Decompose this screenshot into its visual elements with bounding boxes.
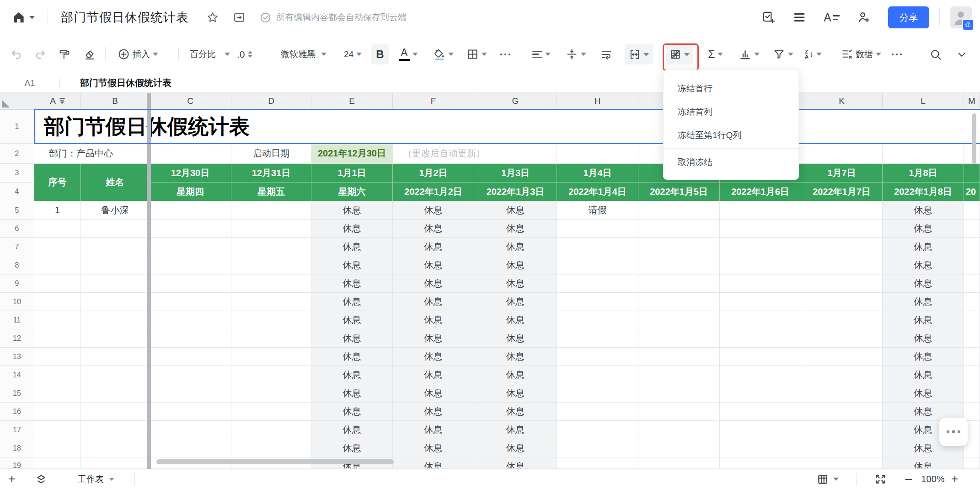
cell-M8[interactable] (964, 256, 980, 274)
cell-K2[interactable] (801, 144, 883, 164)
cell-A6[interactable] (34, 220, 81, 238)
cell-K18[interactable] (801, 439, 883, 457)
zoom-level[interactable]: 100% (920, 469, 946, 489)
cell-D13[interactable] (231, 348, 311, 366)
cell-H16[interactable] (557, 403, 638, 421)
cell-H14[interactable] (557, 366, 638, 384)
cell-A16[interactable] (34, 403, 81, 421)
cell-A17[interactable] (34, 421, 81, 439)
cell-A9[interactable] (34, 274, 81, 293)
cell-A7[interactable] (34, 238, 81, 256)
cell-I10[interactable] (638, 293, 720, 311)
cell-M11[interactable] (964, 311, 980, 329)
cell-E5[interactable]: 休息 (311, 201, 393, 220)
filter-button[interactable] (773, 35, 793, 74)
cell-H8[interactable] (557, 256, 638, 274)
cell-G11[interactable]: 休息 (474, 311, 557, 329)
cell-G8[interactable]: 休息 (474, 256, 557, 274)
cell-A18[interactable] (34, 439, 81, 457)
row-header-17[interactable]: 17 (0, 421, 34, 439)
avatar[interactable]: 企 (950, 6, 972, 28)
cell-J11[interactable] (720, 311, 801, 329)
cell-L5[interactable]: 休息 (883, 201, 964, 220)
cell-E9[interactable]: 休息 (311, 274, 393, 293)
cell-I15[interactable] (638, 384, 720, 403)
cell-F14[interactable]: 休息 (393, 366, 474, 384)
cell-C3[interactable]: 12月30日 (150, 164, 231, 183)
cell-A1[interactable]: 部门节假日休假统计表 (34, 110, 980, 144)
cell-F18[interactable]: 休息 (393, 439, 474, 457)
row-header-18[interactable]: 18 (0, 439, 34, 457)
cell-L3[interactable]: 1月8日 (883, 164, 964, 183)
cell-I19[interactable] (638, 457, 720, 469)
sheet-grid[interactable]: ABCDEFGHIJKLM1部门节假日休假统计表2部门：产品中心启动日期2021… (0, 92, 980, 469)
cell-H7[interactable] (557, 238, 638, 256)
row-header-9[interactable]: 9 (0, 274, 34, 293)
cell-E8[interactable]: 休息 (311, 256, 393, 274)
cell-G13[interactable]: 休息 (474, 348, 557, 366)
cell-D15[interactable] (231, 384, 311, 403)
select-all-corner[interactable] (0, 92, 34, 110)
column-header-A[interactable]: A (34, 92, 81, 110)
cell-D9[interactable] (231, 274, 311, 293)
cell-D12[interactable] (231, 329, 311, 348)
cell-K14[interactable] (801, 366, 883, 384)
cell-F3[interactable]: 1月2日 (393, 164, 474, 183)
cell-D4[interactable]: 星期五 (231, 183, 311, 201)
cell-A13[interactable] (34, 348, 81, 366)
cell-K17[interactable] (801, 421, 883, 439)
cell-K13[interactable] (801, 348, 883, 366)
cell-F6[interactable]: 休息 (393, 220, 474, 238)
cell-J5[interactable] (720, 201, 801, 220)
number-format-select[interactable]: 百分比 (190, 35, 230, 74)
cell-L11[interactable]: 休息 (883, 311, 964, 329)
borders-button[interactable] (466, 35, 487, 74)
cell-K19[interactable] (801, 457, 883, 469)
collapse-toolbar-button[interactable] (956, 35, 968, 74)
cell-F9[interactable]: 休息 (393, 274, 474, 293)
cell-B7[interactable] (81, 238, 150, 256)
todo-add-icon[interactable] (761, 11, 775, 24)
cell-C11[interactable] (150, 311, 231, 329)
cell-A2[interactable]: 部门：产品中心 (34, 144, 150, 164)
cell-I11[interactable] (638, 311, 720, 329)
floating-more-button[interactable] (939, 418, 968, 446)
row-header-3[interactable]: 3 (0, 164, 34, 183)
cell-I9[interactable] (638, 274, 720, 293)
cell-B6[interactable] (81, 220, 150, 238)
cell-F15[interactable]: 休息 (393, 384, 474, 403)
cell-B18[interactable] (81, 439, 150, 457)
cell-L8[interactable]: 休息 (883, 256, 964, 274)
cell-J8[interactable] (720, 256, 801, 274)
cell-H17[interactable] (557, 421, 638, 439)
cell-K12[interactable] (801, 329, 883, 348)
merge-cells-button[interactable] (625, 44, 653, 64)
cell-J4[interactable]: 2022年1月6日 (720, 183, 801, 201)
cell-F13[interactable]: 休息 (393, 348, 474, 366)
cell-G15[interactable]: 休息 (474, 384, 557, 403)
decimal-spinner-icon[interactable] (248, 51, 252, 58)
cell-A14[interactable] (34, 366, 81, 384)
cell-F17[interactable]: 休息 (393, 421, 474, 439)
home-icon[interactable] (12, 11, 35, 24)
cell-B17[interactable] (81, 421, 150, 439)
cell-L13[interactable]: 休息 (883, 348, 964, 366)
zoom-out-button[interactable]: − (905, 469, 913, 489)
sheet-list-button[interactable] (35, 469, 48, 489)
cell-A10[interactable] (34, 293, 81, 311)
row-header-13[interactable]: 13 (0, 348, 34, 366)
cell-E17[interactable]: 休息 (311, 421, 393, 439)
outline-icon[interactable]: A (824, 12, 840, 23)
move-to-folder-icon[interactable] (233, 11, 246, 24)
cell-M13[interactable] (964, 348, 980, 366)
cell-A19[interactable] (34, 457, 81, 469)
cell-C17[interactable] (150, 421, 231, 439)
cell-F7[interactable]: 休息 (393, 238, 474, 256)
cell-F10[interactable]: 休息 (393, 293, 474, 311)
insert-button[interactable]: 插入 (118, 35, 158, 74)
cell-I18[interactable] (638, 439, 720, 457)
cell-K4[interactable]: 2022年1月7日 (801, 183, 883, 201)
cell-H12[interactable] (557, 329, 638, 348)
cell-G4[interactable]: 2022年1月3日 (474, 183, 557, 201)
cell-D16[interactable] (231, 403, 311, 421)
